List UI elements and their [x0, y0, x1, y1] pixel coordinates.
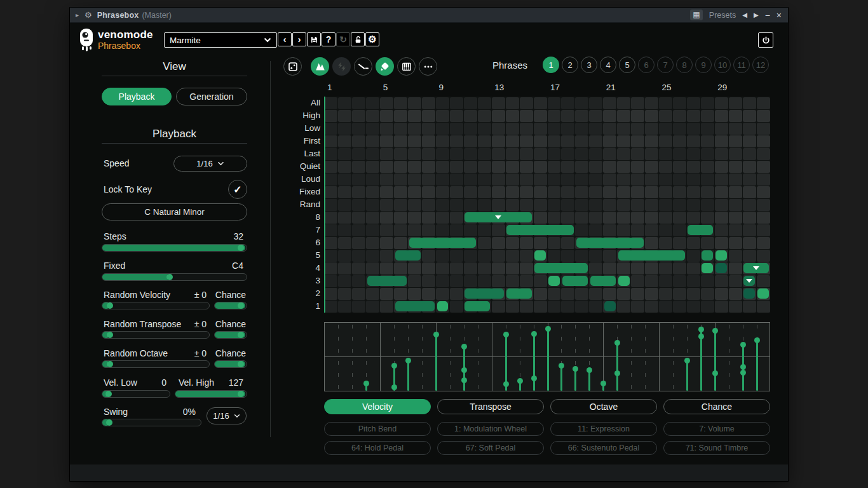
- grid-cell[interactable]: [436, 186, 449, 198]
- grid-cell[interactable]: [673, 161, 686, 173]
- velocity-dot[interactable]: [433, 332, 439, 337]
- grid-cell[interactable]: [715, 186, 728, 198]
- grid-cell[interactable]: [561, 135, 574, 147]
- grid-cell[interactable]: [729, 97, 742, 109]
- grid-cell[interactable]: [659, 186, 672, 198]
- view-tab-playback[interactable]: Playback: [102, 88, 172, 105]
- grid-cell[interactable]: [380, 262, 393, 274]
- grid-cell[interactable]: [561, 110, 574, 122]
- grid-cell[interactable]: [673, 186, 686, 198]
- grid-cell[interactable]: [729, 186, 742, 198]
- grid-cell[interactable]: [673, 262, 686, 274]
- grid-cell[interactable]: [715, 110, 728, 122]
- grid-cell[interactable]: [701, 123, 714, 135]
- grid-cell[interactable]: [450, 301, 463, 313]
- grid-cell[interactable]: [645, 224, 658, 236]
- grid-cell[interactable]: [589, 212, 602, 224]
- grid-cell[interactable]: [729, 135, 742, 147]
- grid-cell[interactable]: [617, 123, 630, 135]
- grid-cell[interactable]: [701, 199, 714, 211]
- note-grid[interactable]: [324, 97, 770, 313]
- grid-cell[interactable]: [394, 135, 407, 147]
- random-transpose-slider[interactable]: [102, 331, 210, 339]
- grid-cell[interactable]: [492, 186, 505, 198]
- grid-cell[interactable]: [561, 250, 574, 262]
- grid-cell[interactable]: [701, 148, 714, 160]
- midi-cc-button[interactable]: 66: Sustenuto Pedal: [550, 441, 657, 455]
- grid-cell[interactable]: [534, 97, 547, 109]
- grid-cell[interactable]: [715, 212, 728, 224]
- steps-slider[interactable]: [102, 244, 247, 252]
- grid-cell[interactable]: [408, 110, 421, 122]
- phrase-button-9[interactable]: 9: [695, 57, 712, 73]
- grid-cell[interactable]: [561, 288, 574, 300]
- grid-cell[interactable]: [492, 148, 505, 160]
- grid-cell[interactable]: [408, 135, 421, 147]
- grid-cell[interactable]: [757, 250, 770, 262]
- grid-cell[interactable]: [645, 123, 658, 135]
- grid-cell[interactable]: [659, 199, 672, 211]
- grid-cell[interactable]: [325, 262, 338, 274]
- note[interactable]: [743, 288, 755, 299]
- velocity-dot[interactable]: [573, 366, 578, 372]
- grid-cell[interactable]: [757, 173, 770, 186]
- grid-cell[interactable]: [673, 199, 686, 211]
- grid-cell[interactable]: [338, 288, 351, 300]
- grid-cell[interactable]: [366, 186, 379, 198]
- grid-cell[interactable]: [422, 186, 435, 198]
- grid-cell[interactable]: [506, 199, 519, 211]
- more-button[interactable]: [419, 57, 437, 76]
- swing-slider[interactable]: [102, 419, 201, 426]
- grid-cell[interactable]: [534, 212, 547, 224]
- grid-cell[interactable]: [589, 199, 602, 211]
- view-tab-generation[interactable]: Generation: [176, 88, 247, 105]
- grid-cell[interactable]: [757, 135, 770, 147]
- slider-thumb[interactable]: [105, 391, 112, 397]
- grid-cell[interactable]: [589, 301, 602, 313]
- grid-cell[interactable]: [687, 275, 700, 287]
- grid-cell[interactable]: [617, 148, 630, 160]
- grid-cell[interactable]: [352, 123, 365, 135]
- grid-cell[interactable]: [478, 135, 491, 147]
- grid-cell[interactable]: [687, 262, 700, 274]
- grid-cell[interactable]: [743, 237, 756, 249]
- grid-cell[interactable]: [534, 135, 547, 147]
- grid-cell[interactable]: [617, 212, 630, 224]
- grid-cell[interactable]: [757, 97, 770, 109]
- grid-cell[interactable]: [673, 288, 686, 300]
- grid-cell[interactable]: [701, 301, 714, 313]
- grid-cell[interactable]: [687, 123, 700, 135]
- grid-cell[interactable]: [520, 148, 533, 160]
- grid-cell[interactable]: [450, 212, 463, 224]
- grid-cell[interactable]: [729, 161, 742, 173]
- grid-cell[interactable]: [464, 250, 477, 262]
- note[interactable]: [562, 276, 588, 286]
- grid-cell[interactable]: [617, 262, 630, 274]
- grid-cell[interactable]: [687, 161, 700, 173]
- preset-select[interactable]: Marmite: [164, 32, 277, 48]
- grid-cell[interactable]: [617, 173, 630, 186]
- grid-cell[interactable]: [464, 123, 477, 135]
- grid-cell[interactable]: [506, 262, 519, 274]
- grid-cell[interactable]: [687, 199, 700, 211]
- phrase-button-10[interactable]: 10: [714, 57, 731, 73]
- speed-select[interactable]: 1/16: [173, 156, 247, 172]
- grid-cell[interactable]: [325, 123, 338, 135]
- grid-cell[interactable]: [534, 123, 547, 135]
- grid-cell[interactable]: [548, 186, 561, 198]
- grid-cell[interactable]: [687, 110, 700, 122]
- note[interactable]: [534, 250, 546, 261]
- grid-cell[interactable]: [603, 250, 616, 262]
- grid-cell[interactable]: [436, 148, 449, 160]
- grid-cell[interactable]: [520, 110, 533, 122]
- grid-cell[interactable]: [589, 161, 602, 173]
- velocity-dot[interactable]: [614, 370, 620, 376]
- grid-cell[interactable]: [589, 123, 602, 135]
- preset-prev-icon[interactable]: ◀: [742, 11, 747, 18]
- grid-cell[interactable]: [506, 148, 519, 160]
- grid-cell[interactable]: [659, 161, 672, 173]
- note[interactable]: [465, 301, 490, 311]
- grid-cell[interactable]: [506, 110, 519, 122]
- grid-cell[interactable]: [687, 301, 700, 313]
- grid-cell[interactable]: [645, 161, 658, 173]
